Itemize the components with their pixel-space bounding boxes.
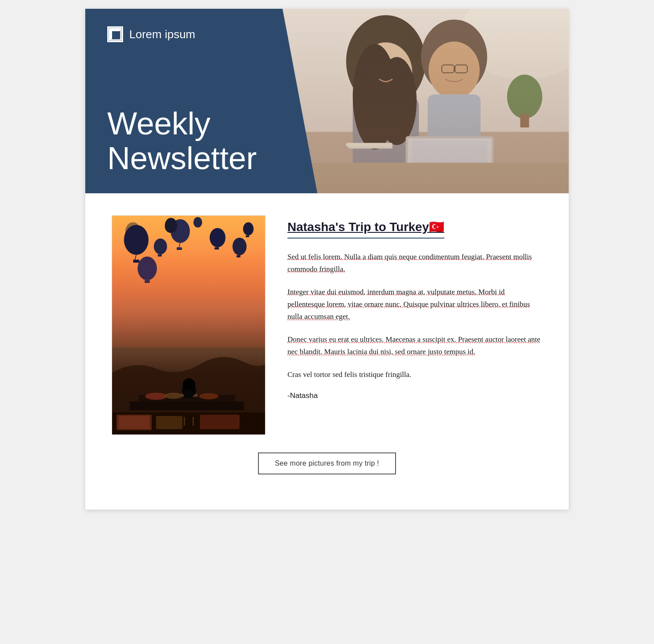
svg-rect-2 bbox=[109, 29, 121, 30]
svg-point-13 bbox=[429, 42, 480, 99]
svg-point-55 bbox=[183, 379, 195, 389]
logo-icon bbox=[107, 26, 123, 42]
svg-rect-37 bbox=[158, 254, 162, 257]
svg-rect-19 bbox=[408, 138, 492, 191]
svg-rect-0 bbox=[109, 29, 121, 40]
svg-point-11 bbox=[377, 57, 417, 145]
svg-point-43 bbox=[138, 257, 157, 280]
paragraph-1: Sed ut felis lorem. Nulla a diam quis ne… bbox=[287, 251, 542, 275]
svg-rect-3 bbox=[269, 9, 569, 193]
svg-rect-58 bbox=[119, 416, 149, 429]
email-container: Lorem ipsum Weekly Newsletter bbox=[85, 9, 569, 510]
svg-point-42 bbox=[193, 217, 202, 228]
header-section: Lorem ipsum Weekly Newsletter bbox=[85, 9, 569, 193]
svg-rect-17 bbox=[428, 94, 480, 176]
svg-rect-20 bbox=[412, 141, 487, 188]
svg-rect-44 bbox=[145, 280, 150, 283]
svg-rect-26 bbox=[520, 114, 529, 127]
svg-point-31 bbox=[171, 219, 190, 243]
svg-rect-60 bbox=[200, 415, 240, 429]
svg-point-40 bbox=[243, 222, 254, 235]
logo-text: Lorem ipsum bbox=[129, 28, 195, 41]
header-title: Weekly Newsletter bbox=[107, 106, 295, 176]
svg-point-7 bbox=[346, 15, 426, 108]
svg-rect-1 bbox=[109, 29, 111, 40]
svg-point-36 bbox=[154, 239, 167, 254]
svg-point-28 bbox=[124, 225, 149, 255]
svg-rect-33 bbox=[177, 247, 182, 250]
article-section: Natasha's Trip to Turkey🇹🇷 Sed ut felis … bbox=[112, 215, 542, 435]
article-title: Natasha's Trip to Turkey🇹🇷 bbox=[287, 220, 444, 239]
main-content: Natasha's Trip to Turkey🇹🇷 Sed ut felis … bbox=[85, 193, 569, 510]
svg-point-12 bbox=[421, 19, 487, 94]
svg-rect-41 bbox=[246, 235, 249, 237]
svg-rect-62 bbox=[193, 417, 194, 426]
svg-rect-4 bbox=[269, 9, 569, 132]
article-trip-image bbox=[112, 215, 265, 435]
paragraph-3: Donec varius eu erat eu ultrices. Maecen… bbox=[287, 333, 542, 358]
see-more-pictures-button[interactable]: See more pictures from my trip ! bbox=[258, 452, 396, 474]
svg-rect-21 bbox=[412, 141, 487, 188]
svg-rect-61 bbox=[184, 417, 185, 426]
svg-rect-35 bbox=[214, 247, 219, 250]
svg-point-34 bbox=[210, 228, 225, 247]
svg-point-10 bbox=[353, 44, 397, 150]
cta-area: See more pictures from my trip ! bbox=[112, 435, 542, 483]
svg-rect-14 bbox=[442, 65, 454, 73]
svg-rect-15 bbox=[455, 65, 467, 73]
svg-point-8 bbox=[360, 43, 412, 102]
svg-rect-18 bbox=[406, 136, 494, 193]
svg-rect-39 bbox=[236, 255, 240, 257]
header-hero-image bbox=[269, 9, 569, 193]
header-left-panel: Lorem ipsum Weekly Newsletter bbox=[85, 9, 317, 193]
logo-area: Lorem ipsum bbox=[107, 26, 295, 42]
svg-rect-9 bbox=[353, 97, 419, 176]
svg-rect-30 bbox=[133, 260, 139, 263]
svg-rect-59 bbox=[156, 416, 182, 429]
svg-point-6 bbox=[458, 9, 569, 79]
article-body: Sed ut felis lorem. Nulla a diam quis ne… bbox=[287, 251, 542, 381]
paragraph-4: Cras vel tortor sed felis tristique frin… bbox=[287, 369, 542, 381]
paragraph-2: Integer vitae dui euismod, interdum magn… bbox=[287, 286, 542, 323]
svg-point-38 bbox=[233, 238, 247, 255]
svg-rect-24 bbox=[346, 143, 392, 146]
svg-rect-23 bbox=[349, 145, 392, 148]
svg-point-25 bbox=[507, 75, 542, 119]
author-signature: -Natasha bbox=[287, 391, 542, 400]
article-text-block: Natasha's Trip to Turkey🇹🇷 Sed ut felis … bbox=[287, 215, 542, 400]
